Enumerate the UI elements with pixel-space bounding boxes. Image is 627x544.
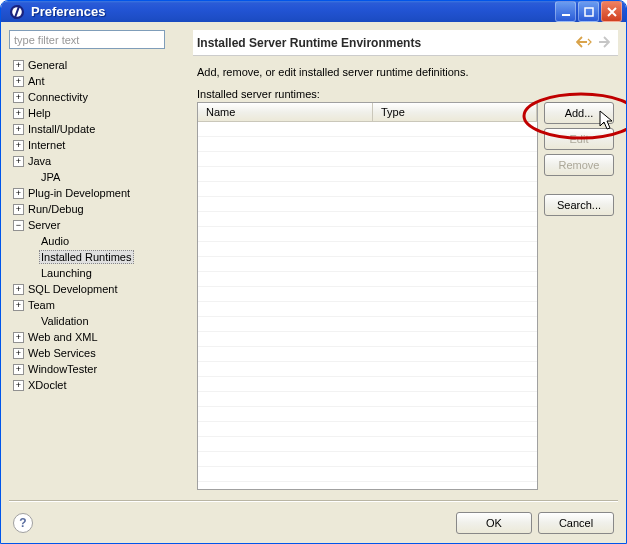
filter-input[interactable] — [9, 30, 165, 49]
app-icon — [9, 4, 25, 20]
tree-item[interactable]: +Team — [9, 297, 185, 313]
tree-item-label: Server — [28, 219, 60, 231]
tree-item-label: XDoclet — [28, 379, 67, 391]
tree-item-label: Plug-in Development — [28, 187, 130, 199]
help-button[interactable]: ? — [13, 513, 33, 533]
tree-item[interactable]: +Run/Debug — [9, 201, 185, 217]
tree-item[interactable]: +XDoclet — [9, 377, 185, 393]
expand-icon[interactable]: + — [13, 348, 24, 359]
tree-item[interactable]: Validation — [9, 313, 185, 329]
tree-item-label: Run/Debug — [28, 203, 84, 215]
tree-item[interactable]: +Web and XML — [9, 329, 185, 345]
right-pane: Installed Server Runtime Environments Ad… — [193, 30, 618, 494]
tree-item[interactable]: Audio — [9, 233, 185, 249]
tree-item-label: Validation — [41, 315, 89, 327]
column-type[interactable]: Type — [373, 103, 537, 121]
expand-icon[interactable]: + — [13, 76, 24, 87]
window-title: Preferences — [31, 4, 555, 19]
tree-item-label: General — [28, 59, 67, 71]
table-row — [198, 287, 537, 302]
svg-rect-4 — [585, 8, 593, 16]
separator — [9, 500, 618, 502]
ok-button[interactable]: OK — [456, 512, 532, 534]
tree-item[interactable]: +SQL Development — [9, 281, 185, 297]
table-row — [198, 272, 537, 287]
tree-item-label: Installed Runtimes — [39, 250, 134, 264]
table-row — [198, 362, 537, 377]
svg-rect-3 — [562, 14, 570, 16]
section-title: Installed Server Runtime Environments — [197, 36, 421, 50]
maximize-button[interactable] — [578, 1, 599, 22]
remove-button: Remove — [544, 154, 614, 176]
add-button[interactable]: Add... — [544, 102, 614, 124]
tree-item-label: Help — [28, 107, 51, 119]
table-row — [198, 392, 537, 407]
titlebar[interactable]: Preferences — [1, 1, 626, 22]
expand-icon[interactable]: + — [13, 284, 24, 295]
table-row — [198, 257, 537, 272]
minimize-button[interactable] — [555, 1, 576, 22]
tree-item[interactable]: +Internet — [9, 137, 185, 153]
expand-icon[interactable]: + — [13, 92, 24, 103]
tree-item[interactable]: +Plug-in Development — [9, 185, 185, 201]
left-pane: +General+Ant+Connectivity+Help+Install/U… — [9, 30, 185, 494]
tree-item[interactable]: Launching — [9, 265, 185, 281]
cancel-button[interactable]: Cancel — [538, 512, 614, 534]
footer: ? OK Cancel — [9, 508, 618, 538]
tree-item-label: JPA — [41, 171, 60, 183]
table-row — [198, 152, 537, 167]
tree-item-label: SQL Development — [28, 283, 117, 295]
expand-icon[interactable]: + — [13, 188, 24, 199]
column-name[interactable]: Name — [198, 103, 373, 121]
tree-item[interactable]: +Ant — [9, 73, 185, 89]
nav-back-icon[interactable] — [576, 35, 592, 51]
close-button[interactable] — [601, 1, 622, 22]
tree-item-label: Launching — [41, 267, 92, 279]
collapse-icon[interactable]: − — [13, 220, 24, 231]
expand-icon[interactable]: + — [13, 156, 24, 167]
table-row — [198, 242, 537, 257]
tree-item-label: Install/Update — [28, 123, 95, 135]
section-header: Installed Server Runtime Environments — [193, 30, 618, 56]
table-row — [198, 452, 537, 467]
tree-item[interactable]: −Server — [9, 217, 185, 233]
expand-icon[interactable]: + — [13, 60, 24, 71]
table-row — [198, 137, 537, 152]
client-area: +General+Ant+Connectivity+Help+Install/U… — [1, 22, 626, 544]
table-row — [198, 212, 537, 227]
expand-icon[interactable]: + — [13, 380, 24, 391]
tree-item[interactable]: +WindowTester — [9, 361, 185, 377]
edit-button: Edit — [544, 128, 614, 150]
expand-icon[interactable]: + — [13, 124, 24, 135]
expand-icon[interactable]: + — [13, 300, 24, 311]
expand-icon[interactable]: + — [13, 140, 24, 151]
search-button[interactable]: Search... — [544, 194, 614, 216]
tree-item[interactable]: JPA — [9, 169, 185, 185]
table-row — [198, 422, 537, 437]
preferences-window: Preferences +General+Ant+Connectivity+He… — [0, 0, 627, 544]
tree-item-label: Web Services — [28, 347, 96, 359]
preferences-tree[interactable]: +General+Ant+Connectivity+Help+Install/U… — [9, 53, 185, 494]
tree-item[interactable]: +Install/Update — [9, 121, 185, 137]
tree-item[interactable]: +Help — [9, 105, 185, 121]
tree-item-label: Web and XML — [28, 331, 98, 343]
table-row — [198, 197, 537, 212]
expand-icon[interactable]: + — [13, 332, 24, 343]
tree-item[interactable]: +Java — [9, 153, 185, 169]
runtimes-table[interactable]: Name Type — [197, 102, 538, 490]
table-label: Installed server runtimes: — [197, 88, 614, 100]
table-row — [198, 347, 537, 362]
tree-item-label: Ant — [28, 75, 45, 87]
table-row — [198, 317, 537, 332]
table-row — [198, 407, 537, 422]
tree-item-label: Audio — [41, 235, 69, 247]
tree-item[interactable]: Installed Runtimes — [9, 249, 185, 265]
tree-item[interactable]: +General — [9, 57, 185, 73]
expand-icon[interactable]: + — [13, 364, 24, 375]
tree-item[interactable]: +Web Services — [9, 345, 185, 361]
expand-icon[interactable]: + — [13, 108, 24, 119]
expand-icon[interactable]: + — [13, 204, 24, 215]
tree-item[interactable]: +Connectivity — [9, 89, 185, 105]
table-row — [198, 182, 537, 197]
nav-forward-icon — [594, 35, 610, 51]
